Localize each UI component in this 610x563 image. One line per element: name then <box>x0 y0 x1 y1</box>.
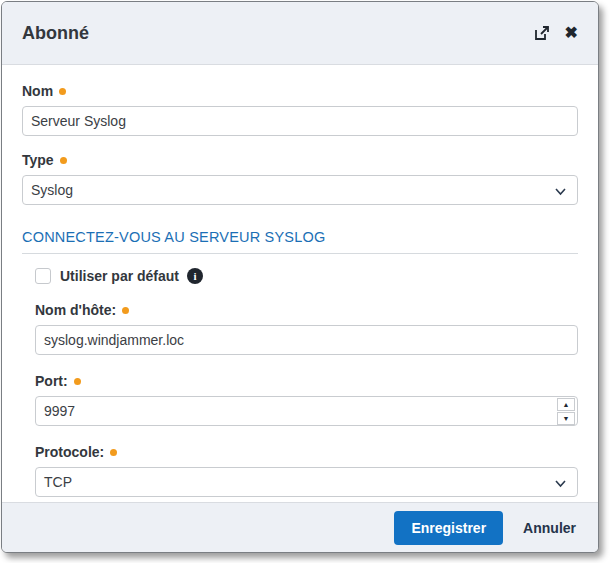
protocole-label-row: Protocole: <box>35 444 578 460</box>
nom-label-row: Nom <box>22 83 578 99</box>
nom-label: Nom <box>22 83 53 99</box>
default-checkbox-row: Utiliser par défaut i <box>35 268 578 284</box>
default-checkbox-label: Utiliser par défaut <box>60 268 179 284</box>
expand-icon[interactable] <box>533 24 551 42</box>
section-content: Utiliser par défaut i Nom d'hôte: Port: <box>35 268 578 497</box>
type-select[interactable]: Syslog <box>22 175 578 205</box>
required-dot <box>74 378 81 385</box>
spinner-up-icon[interactable]: ▲ <box>557 398 575 411</box>
close-icon[interactable]: ✖ <box>565 25 578 41</box>
protocole-select[interactable]: TCP <box>35 467 578 497</box>
chevron-down-icon <box>554 477 567 490</box>
dialog-body: Nom Type Syslog CONNECTEZ-VOUS AU SERVEU… <box>2 65 598 497</box>
nom-field-group: Nom <box>22 83 578 136</box>
port-label: Port: <box>35 373 68 389</box>
port-input-wrapper: ▲ ▼ <box>35 389 578 426</box>
chevron-down-icon <box>554 185 567 198</box>
info-icon[interactable]: i <box>187 268 203 284</box>
required-dot <box>122 307 129 314</box>
section-title: CONNECTEZ-VOUS AU SERVEUR SYSLOG <box>22 229 578 254</box>
nom-input[interactable] <box>22 106 578 136</box>
protocole-label: Protocole: <box>35 444 104 460</box>
protocole-select-value: TCP <box>44 474 72 490</box>
type-field-group: Type Syslog <box>22 152 578 205</box>
port-label-row: Port: <box>35 373 578 389</box>
cancel-button[interactable]: Annuler <box>523 520 576 536</box>
spinner-down-icon[interactable]: ▼ <box>557 412 575 425</box>
port-field-group: Port: ▲ ▼ <box>35 373 578 426</box>
hostname-label: Nom d'hôte: <box>35 302 116 318</box>
type-label-row: Type <box>22 152 578 168</box>
protocole-field-group: Protocole: TCP <box>35 444 578 497</box>
hostname-label-row: Nom d'hôte: <box>35 302 578 318</box>
port-spinner: ▲ ▼ <box>557 398 575 425</box>
dialog-title: Abonné <box>22 23 533 44</box>
hostname-input[interactable] <box>35 325 578 355</box>
type-label: Type <box>22 152 54 168</box>
subscriber-dialog: Abonné ✖ Nom Type <box>1 1 599 553</box>
required-dot <box>59 88 66 95</box>
port-input[interactable] <box>35 396 578 426</box>
required-dot <box>60 157 67 164</box>
dialog-footer: Enregistrer Annuler <box>2 502 598 552</box>
header-icons: ✖ <box>533 24 578 42</box>
hostname-field-group: Nom d'hôte: <box>35 302 578 355</box>
default-checkbox[interactable] <box>35 268 51 284</box>
dialog-header: Abonné ✖ <box>2 2 598 65</box>
type-select-value: Syslog <box>31 182 73 198</box>
save-button[interactable]: Enregistrer <box>394 511 503 545</box>
required-dot <box>110 449 117 456</box>
